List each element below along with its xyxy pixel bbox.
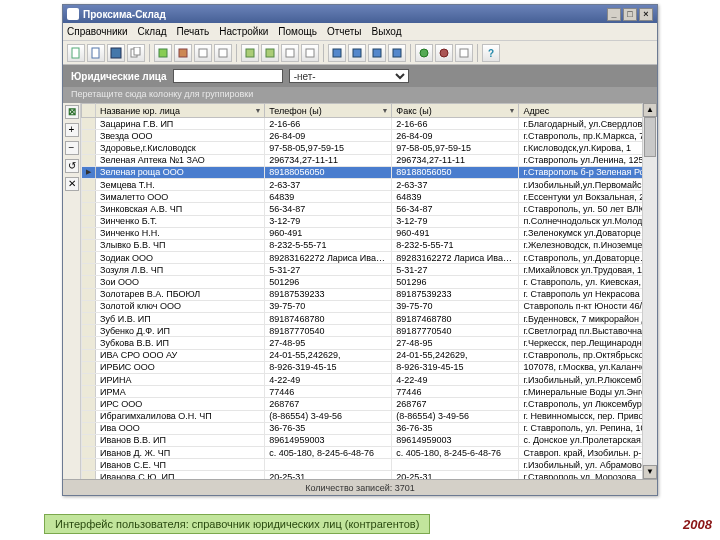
cell-fax[interactable]: 5-31-27 <box>392 264 519 276</box>
toolbar-btn[interactable] <box>415 44 433 62</box>
cell-name[interactable]: Зеленая Аптека №1 ЗАО <box>96 154 265 166</box>
toolbar-doc-icon[interactable] <box>67 44 85 62</box>
cell-name[interactable]: Золотарев В.А. ПБОЮЛ <box>96 288 265 300</box>
clear-icon[interactable]: ✕ <box>65 177 79 191</box>
table-row[interactable]: Зацарина Г.В. ИП2-16-662-16-66г.Благодар… <box>82 118 657 130</box>
cell-fax[interactable]: 56-34-87 <box>392 203 519 215</box>
cell-addr[interactable]: г.Ставрополь, ул.Доваторцев, 2 <box>519 252 657 264</box>
column-header-fax[interactable]: Факс (ы)▼ <box>392 104 519 118</box>
column-header-name[interactable]: Название юр. лица▼ <box>96 104 265 118</box>
table-row[interactable]: Иванов С.Е. ЧПг.Изобильный, ул. Абрамово… <box>82 459 657 471</box>
cell-fax[interactable]: 89187468780 <box>392 313 519 325</box>
table-row[interactable]: Зубенко Д.Ф. ИП8918777054089187770540г.С… <box>82 325 657 337</box>
excel-export-icon[interactable]: ⊠ <box>65 105 79 119</box>
cell-tel[interactable]: 77446 <box>265 386 392 398</box>
column-header-tel[interactable]: Телефон (ы)▼ <box>265 104 392 118</box>
table-row[interactable]: Зуб И.В. ИП8918746878089187468780г.Буден… <box>82 313 657 325</box>
cell-tel[interactable]: 2-63-37 <box>265 178 392 190</box>
cell-tel[interactable]: 24-01-55,242629, <box>265 349 392 361</box>
titlebar[interactable]: Проксима-Склад _ □ × <box>63 5 657 23</box>
cell-fax[interactable]: 89614959003 <box>392 434 519 446</box>
table-row[interactable]: Золотой ключ ООО39-75-7039-75-70Ставропо… <box>82 300 657 312</box>
cell-fax[interactable]: с. 405-180, 8-245-6-48-76 <box>392 447 519 459</box>
cell-addr[interactable]: г.Ессентуки ул Вокзальная, 2 <box>519 191 657 203</box>
toolbar-btn[interactable] <box>214 44 232 62</box>
cell-tel[interactable]: 960-491 <box>265 227 392 239</box>
cell-name[interactable]: ИРИНА <box>96 373 265 385</box>
cell-addr[interactable]: г.Черкесск, пер.Лещинародно <box>519 337 657 349</box>
cell-tel[interactable]: 89187468780 <box>265 313 392 325</box>
table-row[interactable]: Здоровье,г.Кисловодск97-58-05,97-59-1597… <box>82 142 657 154</box>
cell-addr[interactable]: г.Светлоград пл.Выставочная, <box>519 325 657 337</box>
cell-fax[interactable]: 960-491 <box>392 227 519 239</box>
cell-addr[interactable]: г.Ставрополь ул.Ленина, 125 <box>519 154 657 166</box>
cell-addr[interactable]: г.Ставрополь, ул Люксембург <box>519 398 657 410</box>
cell-addr[interactable]: г.Минеральные Воды ул.Энгел <box>519 386 657 398</box>
cell-name[interactable]: Зинковская А.В. ЧП <box>96 203 265 215</box>
cell-addr[interactable]: г. Ставрополь ул Некрасова д <box>519 288 657 300</box>
table-row[interactable]: Иванов Д. Ж. ЧПс. 405-180, 8-245-6-48-76… <box>82 447 657 459</box>
cell-addr[interactable]: г.Изобильный, ул. Абрамовой, <box>519 459 657 471</box>
menu-item[interactable]: Склад <box>138 26 167 37</box>
cell-tel[interactable]: 89187539233 <box>265 288 392 300</box>
table-row[interactable]: Земцева Т.Н.2-63-372-63-37г.Изобильный,у… <box>82 178 657 190</box>
cell-addr[interactable]: г.Ставрополь б-р Зеленая Рощ <box>519 166 657 178</box>
cell-tel[interactable]: 5-31-27 <box>265 264 392 276</box>
cell-tel[interactable]: 97-58-05,97-59-15 <box>265 142 392 154</box>
cell-name[interactable]: ИРС ООО <box>96 398 265 410</box>
cell-name[interactable]: Ива ООО <box>96 422 265 434</box>
maximize-button[interactable]: □ <box>623 8 637 21</box>
table-row[interactable]: Иванова С.Ю. ИП20-25-3120-25-31г.Ставроп… <box>82 471 657 479</box>
cell-tel[interactable]: 56-34-87 <box>265 203 392 215</box>
table-row[interactable]: Золотарев В.А. ПБОЮЛ89187539233891875392… <box>82 288 657 300</box>
toolbar-btn[interactable] <box>281 44 299 62</box>
cell-addr[interactable]: г.Изобильный, ул.Р.Люксембург <box>519 373 657 385</box>
close-button[interactable]: × <box>639 8 653 21</box>
remove-row-icon[interactable]: − <box>65 141 79 155</box>
cell-name[interactable]: ИРБИС ООО <box>96 361 265 373</box>
cell-name[interactable]: Земцева Т.Н. <box>96 178 265 190</box>
cell-tel[interactable]: 36-76-35 <box>265 422 392 434</box>
scroll-thumb[interactable] <box>644 117 656 157</box>
cell-fax[interactable]: 8-232-5-55-71 <box>392 239 519 251</box>
cell-tel[interactable]: 4-22-49 <box>265 373 392 385</box>
cell-fax[interactable]: 89283162272 Лариса Ивановна <box>392 252 519 264</box>
menu-item[interactable]: Выход <box>372 26 402 37</box>
cell-tel[interactable]: 8-926-319-45-15 <box>265 361 392 373</box>
cell-tel[interactable]: 27-48-95 <box>265 337 392 349</box>
cell-fax[interactable]: 4-22-49 <box>392 373 519 385</box>
cell-fax[interactable]: 2-16-66 <box>392 118 519 130</box>
cell-name[interactable]: Зеленая роща ООО <box>96 166 265 178</box>
table-row[interactable]: Зеленая роща ООО8918805605089188056050г.… <box>82 166 657 178</box>
cell-addr[interactable]: г. Ставрополь, ул. Киевская, 4г <box>519 276 657 288</box>
cell-addr[interactable]: г. Ставрополь, ул. Репина, 102 <box>519 422 657 434</box>
cell-fax[interactable]: 501296 <box>392 276 519 288</box>
toolbar-btn[interactable] <box>435 44 453 62</box>
cell-addr[interactable]: Ставроп. край, Изобильн. р-н, г <box>519 447 657 459</box>
cell-name[interactable]: Иванова С.Ю. ИП <box>96 471 265 479</box>
cell-addr[interactable]: г.Изобильный,ул.Первомайска <box>519 178 657 190</box>
cell-fax[interactable]: 3-12-79 <box>392 215 519 227</box>
cell-tel[interactable]: 89283162272 Лариса Ивановна <box>265 252 392 264</box>
table-row[interactable]: Зодиак ООО89283162272 Лариса Ивановна892… <box>82 252 657 264</box>
table-row[interactable]: Зималетто ООО6483964839г.Ессентуки ул Во… <box>82 191 657 203</box>
cell-name[interactable]: Зинченко Н.Н. <box>96 227 265 239</box>
cell-name[interactable]: Зубенко Д.Ф. ИП <box>96 325 265 337</box>
toolbar-btn[interactable] <box>194 44 212 62</box>
cell-addr[interactable]: 107078, г.Москва, ул.Каланчев <box>519 361 657 373</box>
table-row[interactable]: Зозуля Л.В. ЧП5-31-275-31-27г.Михайловск… <box>82 264 657 276</box>
cell-fax[interactable]: 89187539233 <box>392 288 519 300</box>
toolbar-btn[interactable] <box>368 44 386 62</box>
cell-tel[interactable]: 8-232-5-55-71 <box>265 239 392 251</box>
cell-fax[interactable]: 2-63-37 <box>392 178 519 190</box>
cell-tel[interactable] <box>265 459 392 471</box>
cell-fax[interactable]: 268767 <box>392 398 519 410</box>
toolbar-btn[interactable] <box>261 44 279 62</box>
toolbar-btn[interactable] <box>348 44 366 62</box>
cell-tel[interactable]: 20-25-31 <box>265 471 392 479</box>
toolbar-btn[interactable] <box>154 44 172 62</box>
menu-item[interactable]: Настройки <box>219 26 268 37</box>
table-row[interactable]: Звезда ООО26-84-0926-84-09г.Ставрополь, … <box>82 130 657 142</box>
cell-addr[interactable]: г.Ставрополь ул. Морозова, д <box>519 471 657 479</box>
cell-fax[interactable]: 20-25-31 <box>392 471 519 479</box>
